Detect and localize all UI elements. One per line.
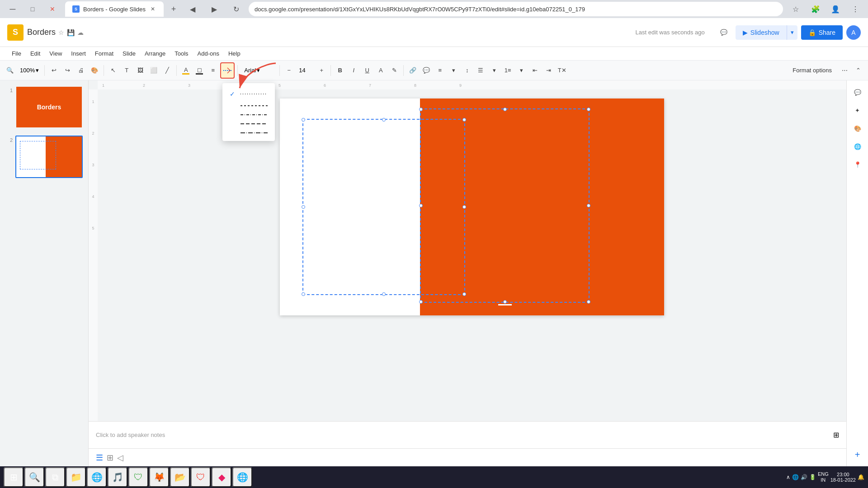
toolbar-underline[interactable]: U (361, 63, 373, 78)
toolbar-text[interactable]: T (120, 63, 133, 78)
taskbar-app-6[interactable]: ◆ (212, 467, 231, 487)
handle-bl[interactable] (302, 292, 305, 296)
orange-handle-tr[interactable] (587, 108, 590, 111)
edge-button[interactable]: 🌐 (87, 467, 107, 487)
new-tab-button[interactable]: + (167, 3, 180, 15)
orange-handle-ml[interactable] (419, 204, 423, 207)
battery-icon[interactable]: 🔋 (809, 474, 816, 480)
filmstrip-view-btn[interactable]: ☰ (96, 453, 103, 463)
menu-addons[interactable]: Add-ons (193, 48, 224, 59)
canvas-scroll[interactable] (98, 89, 846, 421)
notification-icon[interactable]: 🔔 (858, 474, 864, 480)
task-view-button[interactable]: ⧉ (45, 467, 65, 487)
border-style-small-dash[interactable] (222, 101, 275, 110)
network-icon[interactable]: 🌐 (792, 474, 799, 480)
toolbar-bullets-chevron[interactable]: ▾ (488, 63, 500, 78)
orange-handle-br[interactable] (587, 300, 590, 304)
toolbar-italic[interactable]: I (347, 63, 360, 78)
menu-slide[interactable]: Slide (118, 48, 140, 59)
orange-selection-rect[interactable] (420, 108, 590, 303)
right-panel-comments-btn[interactable]: 💬 (849, 84, 866, 100)
toolbar-bold[interactable]: B (334, 63, 346, 78)
star-icon[interactable]: ☆ (58, 29, 64, 36)
slide-thumbnail-2[interactable] (15, 136, 83, 178)
menu-file[interactable]: File (7, 48, 26, 59)
slideshow-dropdown-button[interactable]: ▾ (787, 25, 797, 40)
toolbar-cursor[interactable]: ↖ (107, 63, 119, 78)
border-style-long-dash[interactable] (222, 119, 275, 128)
zoom-dropdown[interactable]: 100% ▾ (17, 63, 42, 78)
format-options-button[interactable]: Format options (787, 63, 837, 78)
menu-format[interactable]: Format (90, 48, 118, 59)
search-button[interactable]: 🔍 (24, 467, 44, 487)
explorer-button[interactable]: 📁 (66, 467, 86, 487)
right-panel-location-btn[interactable]: 📍 (849, 156, 866, 173)
font-size-field[interactable]: 14 (296, 63, 314, 78)
orange-handle-tc[interactable] (503, 108, 507, 111)
taskbar-app-4[interactable]: 📂 (170, 467, 190, 487)
taskbar-chrome-button[interactable]: 🌐 (232, 467, 252, 487)
toolbar-link[interactable]: 🔗 (406, 63, 419, 78)
toolbar-indent-inc[interactable]: ⇥ (542, 63, 555, 78)
right-panel-explore-btn[interactable]: ✦ (849, 102, 866, 118)
clock[interactable]: 23:00 18-01-2022 (830, 472, 856, 483)
toolbar-more[interactable]: ⋯ (838, 63, 851, 78)
cloud-icon[interactable]: ☁ (77, 29, 84, 36)
right-panel-translate-btn[interactable]: 🌐 (849, 138, 866, 155)
menu-edit[interactable]: Edit (26, 48, 45, 59)
menu-help[interactable]: Help (224, 48, 245, 59)
tray-arrow-icon[interactable]: ∧ (786, 474, 790, 480)
handle-tl[interactable] (302, 118, 305, 122)
menu-insert[interactable]: Insert (66, 48, 90, 59)
taskbar-app-5[interactable]: 🛡 (191, 467, 211, 487)
border-style-dotted[interactable]: ✓ (222, 87, 275, 101)
handle-bc[interactable] (382, 292, 386, 296)
border-style-long-dash-dot[interactable] (222, 128, 275, 137)
toolbar-text-color[interactable]: A (374, 63, 387, 78)
orange-handle-bc[interactable] (503, 300, 507, 304)
border-style-dash-dot[interactable] (222, 110, 275, 119)
forward-button[interactable]: ▶ (205, 1, 223, 17)
toolbar-print[interactable]: 🖨 (75, 63, 87, 78)
volume-icon[interactable]: 🔊 (801, 474, 807, 480)
toolbar-highlight[interactable]: ✎ (388, 63, 401, 78)
toolbar-fill-color[interactable]: A (179, 63, 192, 78)
toolbar-align[interactable]: ≡ (434, 63, 446, 78)
share-button[interactable]: 🔒 Share (801, 25, 843, 40)
taskbar-app-1[interactable]: 🎵 (108, 467, 127, 487)
toolbar-bullets[interactable]: ☰ (474, 63, 487, 78)
bookmark-icon[interactable]: ☆ (787, 1, 805, 17)
toolbar-image[interactable]: 🖼 (134, 63, 146, 78)
taskbar-app-2[interactable]: 🛡 (128, 467, 148, 487)
toolbar-line-spacing[interactable]: ↕ (461, 63, 473, 78)
browser-tab[interactable]: S Borders - Google Slides ✕ (65, 1, 164, 17)
toolbar-indent-dec[interactable]: ⇤ (528, 63, 541, 78)
toolbar-font-size-plus[interactable]: + (315, 63, 328, 78)
notes-area[interactable]: Click to add speaker notes ⊞ (89, 421, 846, 448)
toolbar-font-size-minus[interactable]: − (283, 63, 295, 78)
toolbar-align-chevron[interactable]: ▾ (447, 63, 460, 78)
extensions-icon[interactable]: 🧩 (807, 1, 825, 17)
profile-icon[interactable]: 👤 (826, 1, 844, 17)
toolbar-collapse[interactable]: ⌃ (852, 63, 864, 78)
toolbar-border-color[interactable]: ◻ (193, 63, 206, 78)
notes-expand-button[interactable]: ⊞ (833, 431, 839, 439)
save-icon[interactable]: 💾 (67, 29, 75, 36)
close-btn[interactable]: ✕ (43, 1, 61, 17)
menu-icon[interactable]: ⋮ (846, 1, 864, 17)
slideshow-button[interactable]: ▶ Slideshow (736, 25, 787, 40)
toolbar-clear-format[interactable]: T✕ (556, 63, 568, 78)
reload-button[interactable]: ↻ (227, 1, 245, 17)
toolbar-undo[interactable]: ↩ (47, 63, 60, 78)
collapse-panel-btn[interactable]: ◁ (117, 453, 123, 463)
toolbar-shape[interactable]: ⬜ (147, 63, 160, 78)
slide-thumb-1[interactable]: 1 Borders (4, 84, 85, 130)
toolbar-border-weight[interactable]: ≡ (207, 63, 219, 78)
toolbar-border-dash[interactable] (221, 63, 234, 78)
tab-close-icon[interactable]: ✕ (149, 5, 156, 13)
menu-view[interactable]: View (45, 48, 66, 59)
toolbar-comment[interactable]: 💬 (420, 63, 433, 78)
comment-button[interactable]: 💬 (716, 24, 732, 41)
toolbar-paint-format[interactable]: 🎨 (88, 63, 101, 78)
orange-handle-bl[interactable] (419, 300, 423, 304)
